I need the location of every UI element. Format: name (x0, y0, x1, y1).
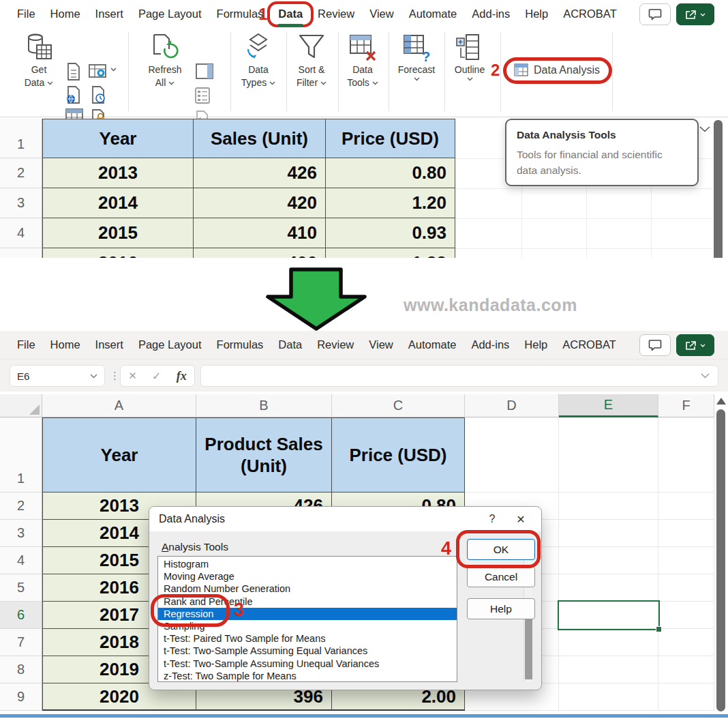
chevron-down-icon[interactable] (110, 68, 117, 72)
ok-button[interactable]: OK (467, 539, 535, 560)
analysis-tool-t-test-two-sample-assuming-equal-variances[interactable]: t-Test: Two-Sample Assuming Equal Varian… (158, 645, 457, 657)
analysis-tool-sampling[interactable]: Sampling (158, 620, 457, 632)
menu-item-acrobat[interactable]: ACROBAT (555, 331, 624, 359)
formula-input[interactable] (200, 365, 718, 387)
menu-item-file[interactable]: File (10, 0, 43, 28)
cell-year[interactable]: 2016 (42, 248, 194, 258)
menu-item-page-layout[interactable]: Page Layout (131, 331, 209, 359)
row-header[interactable]: 9 (0, 683, 42, 711)
menu-item-add-ins[interactable]: Add-ins (464, 0, 517, 28)
queries-connections-icon[interactable] (196, 63, 213, 80)
enter-icon[interactable]: ✓ (152, 370, 161, 383)
cell-price[interactable]: 1.33 (326, 248, 455, 258)
row-header[interactable]: 6 (0, 602, 42, 629)
analysis-tool-t-test-two-sample-assuming-unequal-variances[interactable]: t-Test: Two-Sample Assuming Unequal Vari… (158, 658, 457, 670)
menu-item-view[interactable]: View (361, 331, 400, 359)
selected-cell-E6[interactable] (558, 600, 660, 630)
row-header[interactable]: 8 (0, 656, 42, 683)
menu-item-automate[interactable]: Automate (401, 331, 464, 359)
analysis-tool-rank-and-percentile[interactable]: Rank and Percentile (158, 595, 457, 608)
cell-price[interactable]: 0.93 (326, 218, 455, 248)
comments-button[interactable] (639, 334, 671, 356)
column-header-b[interactable]: B (196, 394, 332, 417)
cell-price[interactable]: 0.80 (326, 158, 455, 188)
top-vertical-scrollbar[interactable] (714, 120, 723, 258)
analysis-tool-random-number-generation[interactable]: Random Number Generation (158, 583, 457, 595)
empty-cell[interactable] (658, 683, 714, 711)
from-text-icon[interactable] (65, 62, 82, 81)
share-button[interactable] (676, 334, 714, 356)
analysis-tools-listbox[interactable]: HistogramMoving AverageRandom Number Gen… (157, 556, 457, 682)
empty-cell[interactable] (658, 417, 714, 492)
row-header[interactable]: 3 (0, 188, 42, 218)
from-picture-icon[interactable] (89, 63, 106, 80)
empty-cell[interactable] (559, 520, 658, 547)
menu-item-home[interactable]: Home (43, 0, 88, 28)
empty-cell[interactable] (559, 547, 658, 574)
analysis-tool-histogram[interactable]: Histogram (158, 558, 457, 570)
menu-item-data[interactable]: Data (271, 331, 309, 359)
from-web-icon[interactable] (65, 85, 82, 104)
empty-cell[interactable] (559, 683, 658, 711)
empty-cell[interactable] (559, 492, 658, 520)
menu-item-data[interactable]: Data1 (271, 0, 310, 28)
row-header[interactable]: 1 (0, 417, 42, 492)
help-button[interactable]: Help (467, 598, 535, 619)
cancel-button[interactable]: Cancel (467, 566, 535, 587)
formula-bar-divider[interactable]: ⋮ (110, 370, 120, 382)
menu-item-file[interactable]: File (10, 331, 43, 359)
cancel-icon[interactable]: ✕ (128, 370, 137, 382)
data-analysis-button[interactable]: 2 Data Analysis (514, 63, 600, 76)
listbox-scrollbar-thumb[interactable] (525, 614, 532, 679)
cell-sales[interactable]: 420 (194, 188, 326, 218)
scrollbar-thumb[interactable] (716, 409, 725, 711)
cell-sales[interactable]: 426 (194, 158, 326, 188)
row-header[interactable]: 4 (0, 218, 42, 248)
forecast-button[interactable]: ? Forecast (394, 33, 439, 81)
dialog-help-icon[interactable]: ? (479, 513, 506, 525)
analysis-tool-moving-average[interactable]: Moving Average (158, 570, 457, 583)
cell-sales[interactable]: 406 (194, 248, 326, 258)
cell-sales[interactable]: 410 (194, 218, 326, 248)
cell-year[interactable]: 2013 (42, 158, 194, 188)
name-box-chevron-icon[interactable] (90, 374, 97, 379)
row-header[interactable]: 4 (0, 547, 42, 574)
menu-item-automate[interactable]: Automate (401, 0, 465, 28)
dialog-close-icon[interactable]: ✕ (506, 513, 536, 526)
menu-item-formulas[interactable]: Formulas (209, 331, 271, 359)
insert-function-icon[interactable]: fx (177, 369, 187, 383)
empty-cell[interactable] (658, 602, 714, 629)
recent-sources-icon[interactable] (90, 85, 106, 104)
empty-cell[interactable] (465, 417, 559, 492)
row-header[interactable]: 3 (0, 520, 42, 547)
menu-item-insert[interactable]: Insert (88, 331, 131, 359)
cell-year[interactable]: 2014 (42, 188, 194, 218)
empty-cell[interactable] (559, 417, 658, 492)
row-header[interactable]: 5 (0, 248, 42, 258)
row-header[interactable]: 7 (0, 629, 42, 656)
row-header[interactable]: 2 (0, 492, 42, 520)
empty-cell[interactable] (658, 492, 714, 520)
menu-item-add-ins[interactable]: Add-ins (464, 331, 517, 359)
empty-cell[interactable] (559, 656, 658, 683)
analysis-tool-t-test-paired-two-sample-for-means[interactable]: t-Test: Paired Two Sample for Means (158, 632, 457, 645)
menu-item-page-layout[interactable]: Page Layout (131, 0, 209, 28)
empty-cell[interactable] (658, 574, 714, 602)
empty-cell[interactable] (658, 629, 714, 656)
data-tools-button[interactable]: Data Tools (341, 33, 384, 89)
share-button[interactable] (676, 3, 714, 25)
column-header-d[interactable]: D (465, 394, 559, 417)
bottom-vertical-scrollbar[interactable] (716, 394, 727, 713)
refresh-all-button[interactable]: Refresh All (139, 33, 191, 89)
menu-item-view[interactable]: View (362, 0, 401, 28)
sort-filter-button[interactable]: Sort & Filter (288, 33, 335, 89)
column-header-c[interactable]: C (332, 394, 465, 417)
empty-cell[interactable] (658, 547, 714, 574)
menu-item-review[interactable]: Review (309, 331, 361, 359)
collapse-ribbon-chevron-icon[interactable] (699, 126, 710, 132)
expand-formula-bar-chevron-icon[interactable] (701, 373, 710, 379)
dialog-titlebar[interactable]: Data Analysis ? ✕ (149, 507, 541, 531)
row-header[interactable]: 5 (0, 574, 42, 602)
empty-cell[interactable] (559, 629, 658, 656)
menu-item-home[interactable]: Home (43, 331, 88, 359)
